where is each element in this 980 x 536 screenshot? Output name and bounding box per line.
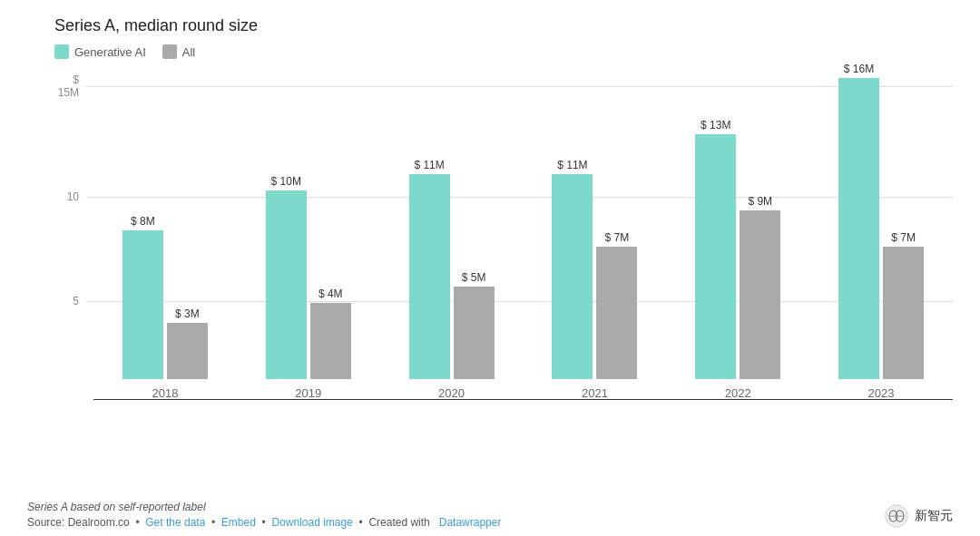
bar-value-teal-2021: $ 11M — [557, 159, 587, 171]
bar-value-teal-2018: $ 8M — [131, 215, 155, 228]
bar-gray-2022: $ 9M — [740, 195, 780, 379]
year-label-2022: 2022 — [725, 386, 751, 400]
year-group-2022: $ 13M$ 9M2022 — [666, 73, 809, 400]
year-label-2020: 2020 — [438, 386, 465, 400]
bars-row-2020: $ 11M$ 5M — [409, 159, 495, 379]
bar-teal-2022: $ 13M — [695, 119, 736, 379]
bar-value-gray-2020: $ 5M — [462, 271, 486, 284]
bar-rect-gray-2021 — [596, 247, 637, 379]
bar-gray-2020: $ 5M — [454, 271, 495, 379]
source-text: Source: Dealroom.co — [27, 516, 130, 529]
legend-item-generative-ai: Generative AI — [54, 44, 146, 59]
bars-row-2022: $ 13M$ 9M — [695, 119, 780, 379]
bars-row-2019: $ 10M$ 4M — [266, 175, 351, 379]
year-group-2020: $ 11M$ 5M2020 — [380, 73, 524, 400]
created-with-text: Created with — [368, 516, 429, 529]
bar-rect-teal-2022 — [695, 134, 736, 379]
bar-value-gray-2021: $ 7M — [605, 231, 630, 244]
footer-source: Source: Dealroom.co • Get the data • Emb… — [27, 516, 501, 529]
y-label-15m: $ 15M — [54, 73, 86, 99]
bars-row-2018: $ 8M$ 3M — [122, 215, 208, 379]
footer-left: Series A based on self-reported label So… — [27, 501, 501, 529]
bar-teal-2023: $ 16M — [838, 63, 879, 379]
bar-value-teal-2019: $ 10M — [271, 175, 301, 188]
year-group-2023: $ 16M$ 7M2023 — [809, 73, 953, 400]
bar-rect-teal-2020 — [409, 174, 450, 379]
bar-rect-gray-2023 — [883, 247, 924, 379]
bar-value-gray-2022: $ 9M — [748, 195, 772, 208]
bar-value-gray-2023: $ 7M — [891, 231, 916, 244]
bar-rect-gray-2018 — [167, 323, 208, 379]
bar-gray-2019: $ 4M — [310, 287, 351, 379]
legend-label-generative-ai: Generative AI — [74, 45, 146, 59]
year-label-2023: 2023 — [868, 386, 895, 400]
bar-teal-2018: $ 8M — [122, 215, 163, 379]
bar-rect-teal-2021 — [552, 174, 593, 379]
y-label-5: 5 — [54, 295, 86, 307]
bar-value-gray-2018: $ 3M — [175, 307, 200, 320]
year-group-2019: $ 10M$ 4M2019 — [237, 73, 380, 400]
bar-rect-teal-2018 — [122, 230, 163, 379]
embed-link[interactable]: Embed — [221, 516, 256, 529]
bar-rect-gray-2020 — [454, 287, 495, 379]
bar-value-teal-2023: $ 16M — [844, 63, 874, 75]
y-label-10: 10 — [54, 190, 86, 203]
bar-rect-gray-2022 — [740, 210, 780, 379]
bar-teal-2019: $ 10M — [266, 175, 307, 379]
legend-swatch-teal — [54, 44, 69, 59]
bar-value-teal-2020: $ 11M — [414, 159, 444, 171]
bar-rect-gray-2019 — [310, 303, 351, 379]
bars-area: $ 8M$ 3M2018$ 10M$ 4M2019$ 11M$ 5M2020$ … — [93, 73, 953, 400]
datawrapper-link[interactable]: Datawrapper — [439, 516, 502, 529]
bars-row-2023: $ 16M$ 7M — [838, 63, 924, 379]
legend-label-all: All — [182, 45, 195, 59]
footer-logo: 新智元 — [884, 503, 953, 529]
bars-row-2021: $ 11M$ 7M — [552, 159, 637, 379]
footer-note: Series A based on self-reported label — [27, 501, 501, 513]
year-group-2018: $ 8M$ 3M2018 — [93, 73, 237, 400]
year-label-2019: 2019 — [295, 386, 321, 400]
legend-swatch-gray — [162, 44, 177, 59]
get-data-link[interactable]: Get the data — [145, 516, 205, 529]
bar-teal-2020: $ 11M — [409, 159, 450, 379]
logo-icon — [884, 503, 909, 529]
footer: Series A based on self-reported label So… — [0, 495, 980, 536]
year-label-2018: 2018 — [152, 386, 178, 400]
chart-area: $ 15M 10 5 $ 8M$ 3M2018$ 10M$ 4M2019$ 11… — [54, 73, 953, 427]
download-link[interactable]: Download image — [271, 516, 352, 529]
bar-gray-2023: $ 7M — [883, 231, 924, 379]
chart-container: Series A, median round size Generative A… — [0, 0, 980, 536]
chart-title: Series A, median round size — [54, 16, 953, 35]
logo-text: 新智元 — [915, 508, 953, 524]
legend: Generative AI All — [54, 44, 953, 59]
year-group-2021: $ 11M$ 7M2021 — [523, 73, 666, 400]
year-label-2021: 2021 — [582, 386, 608, 400]
bar-gray-2018: $ 3M — [167, 307, 208, 379]
bar-teal-2021: $ 11M — [552, 159, 593, 379]
bar-value-gray-2019: $ 4M — [318, 287, 343, 300]
bar-rect-teal-2019 — [266, 190, 307, 379]
bar-rect-teal-2023 — [838, 78, 879, 379]
bar-gray-2021: $ 7M — [596, 231, 637, 379]
legend-item-all: All — [162, 44, 195, 59]
bar-value-teal-2022: $ 13M — [701, 119, 730, 132]
